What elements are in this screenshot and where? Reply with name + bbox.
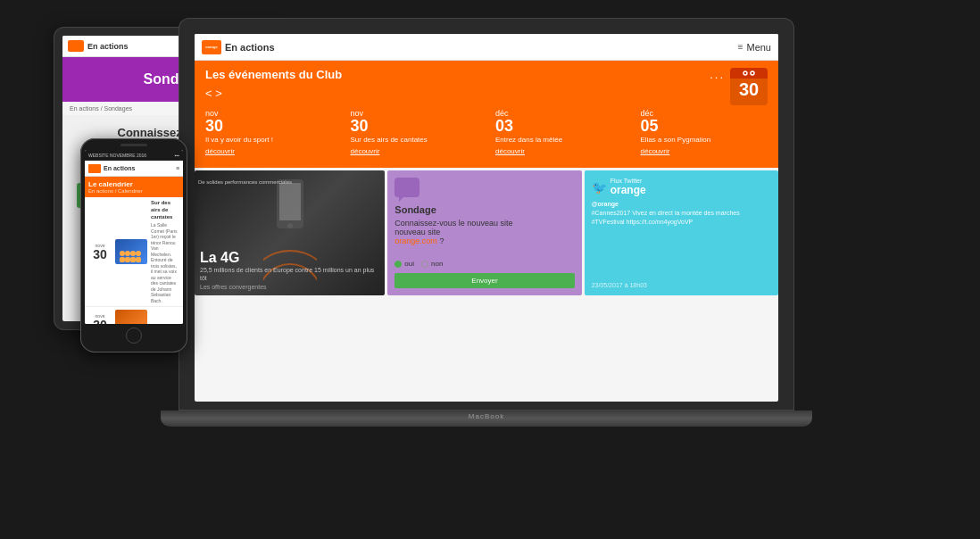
laptop-events-row: nov 30 Il va y avoir du sport ! découvri… — [205, 109, 768, 155]
laptop-cal-header — [730, 68, 768, 79]
laptop-event-3-month: déc — [641, 109, 768, 118]
laptop-sondage-orange-url: orange.com — [394, 236, 437, 245]
laptop-calendar-icon: 30 — [730, 68, 768, 105]
laptop-device: orange En actions ≡ Menu Les événements … — [179, 18, 821, 482]
laptop-event-2-link[interactable]: découvrir — [495, 147, 623, 155]
laptop-menu-hamburger-icon[interactable]: ≡ — [738, 42, 743, 52]
laptop-nav-arrows[interactable]: < > — [205, 87, 342, 100]
laptop-card-twitter: 🐦 Flux Twitter orange @orange #Cannes201… — [585, 170, 778, 295]
phone-status-text: WEBSITE NOVEMBRE 2016 — [88, 153, 146, 158]
svg-point-3 — [136, 251, 141, 256]
svg-point-2 — [130, 251, 136, 256]
laptop-events-banner: Les événements du Club < > ... — [195, 61, 778, 168]
svg-point-1 — [125, 251, 130, 256]
phone-banner-sub: En actions / Calendrier — [88, 188, 179, 194]
laptop-cards-row: De solides performances commerciales La … — [195, 170, 778, 295]
phone-cal-img-2 — [115, 310, 147, 324]
laptop-event-1-link[interactable]: découvrir — [351, 147, 478, 155]
laptop-content: orange En actions ≡ Menu Les événements … — [195, 34, 778, 402]
laptop-event-2-day: 03 — [495, 118, 623, 134]
laptop-sondage-title: Sondage — [394, 204, 574, 215]
laptop-4g-sub: Les offres convergentes — [200, 284, 379, 290]
laptop-card-4g[interactable]: De solides performances commerciales La … — [195, 170, 385, 295]
laptop-event-2[interactable]: déc 03 Entrez dans la mêlée découvrir — [495, 109, 623, 155]
laptop-4g-promo-text: De solides performances commerciales — [198, 179, 292, 185]
laptop-banner-title: Les événements du Club — [205, 68, 342, 81]
laptop-twitter-date: 23/05/2017 à 18h03 — [592, 282, 771, 288]
svg-point-9 — [751, 71, 754, 75]
svg-point-0 — [120, 251, 125, 256]
laptop-twitter-brand: orange — [610, 184, 646, 196]
phone-banner-title: Le calendrier — [88, 180, 179, 188]
laptop-twitter-bird-icon: 🐦 — [592, 180, 607, 195]
laptop-sondage-text: Connaissez-vous le nouveau site nouveau … — [394, 219, 574, 256]
laptop-flux-twitter-label: Flux Twitter — [610, 178, 646, 184]
phone-cal-date-1: nove 30 — [88, 243, 112, 261]
laptop-event-0-link[interactable]: découvrir — [205, 147, 333, 155]
laptop-card-sondage: Sondage Connaissez-vous le nouveau site … — [387, 170, 581, 295]
laptop-4g-text: 25,5 millions de clients en Europe contr… — [200, 266, 379, 282]
laptop-event-0-day: 30 — [205, 118, 333, 134]
laptop-twitter-handle: @orange — [592, 201, 619, 207]
laptop-twitter-header: 🐦 Flux Twitter orange — [592, 178, 771, 196]
svg-rect-6 — [130, 257, 136, 262]
phone-home-button[interactable] — [126, 328, 142, 344]
phone-cal-entry-1[interactable]: nove 30 — [85, 197, 183, 307]
laptop-sondage-envoyer-button[interactable]: Envoyer — [394, 273, 574, 288]
scene: En actions ≡ Menu Sonda En actions / Son… — [0, 0, 980, 539]
phone-speaker — [120, 144, 147, 146]
laptop-twitter-brand-area: Flux Twitter orange — [610, 178, 646, 196]
laptop-event-3-day: 05 — [641, 118, 768, 134]
phone-header: En actions ≡ — [85, 161, 183, 177]
laptop-event-3[interactable]: déc 05 Elias a son Pygmalion découvrir — [641, 109, 768, 155]
phone-border: WEBSITE NOVEMBRE 2016 ▪▪▪ En actions ≡ L… — [80, 138, 187, 352]
laptop-cal-rings-icon — [742, 70, 756, 77]
laptop-4g-phone-img — [272, 178, 308, 242]
phone-header-title: En actions — [104, 165, 176, 171]
laptop-sondage-option-non[interactable]: non — [421, 260, 443, 268]
laptop-twitter-text: @orange #Cannes2017 Vivez en direct la m… — [592, 200, 771, 278]
laptop-event-3-link[interactable]: découvrir — [641, 147, 768, 155]
laptop-orange-logo: orange — [202, 40, 221, 54]
laptop-menu-label[interactable]: Menu — [746, 42, 771, 53]
laptop-twitter-tweet: #Cannes2017 Vivez en direct la montée de… — [592, 210, 740, 225]
phone-menu-icon[interactable]: ≡ — [176, 165, 179, 171]
phone-cal-text-1: Sur des airs de cantates La Salle Cornet… — [151, 200, 179, 303]
phone-cal-day-2: 30 — [88, 319, 112, 324]
orange-logo-tablet — [68, 40, 84, 52]
laptop-screen: orange En actions ≡ Menu Les événements … — [195, 34, 778, 402]
laptop-event-3-title: Elias a son Pygmalion — [641, 136, 768, 144]
phone-cal-entry-2[interactable]: nove 30 — [85, 307, 183, 324]
laptop-banner-top: Les événements du Club < > ... — [205, 68, 768, 105]
laptop-4g-phone-svg — [272, 178, 308, 240]
svg-rect-4 — [120, 257, 125, 262]
laptop-sondage-bubble-icon — [394, 178, 419, 197]
phone-cal-title-1: Sur des airs de cantates — [151, 200, 179, 220]
laptop-cal-number: 30 — [739, 79, 759, 100]
laptop-sondage-radio-row: oui non — [394, 260, 574, 268]
phone-cal-day-1: 30 — [88, 248, 112, 261]
phone-cal-img-svg-1 — [115, 246, 147, 264]
svg-rect-5 — [125, 257, 130, 262]
phone-cal-img-1 — [115, 239, 147, 264]
svg-point-12 — [287, 223, 293, 228]
laptop-sondage-question: ? — [439, 236, 444, 245]
laptop-screen-border: orange En actions ≡ Menu Les événements … — [179, 18, 794, 410]
laptop-header: orange En actions ≡ Menu — [195, 34, 778, 61]
phone-device: WEBSITE NOVEMBRE 2016 ▪▪▪ En actions ≡ L… — [80, 138, 187, 352]
laptop-event-0[interactable]: nov 30 Il va y avoir du sport ! découvri… — [205, 109, 333, 155]
laptop-sondage-new-site: nouveau site — [394, 228, 440, 236]
laptop-event-1-month: nov — [351, 109, 478, 118]
svg-rect-11 — [279, 183, 301, 220]
laptop-event-2-month: déc — [495, 109, 623, 118]
phone-screen: WEBSITE NOVEMBRE 2016 ▪▪▪ En actions ≡ L… — [85, 150, 183, 324]
laptop-base — [161, 410, 812, 427]
laptop-oui-label: oui — [404, 260, 414, 268]
laptop-sondage-option-oui[interactable]: oui — [394, 260, 414, 268]
laptop-radio-non-icon — [421, 261, 428, 268]
phone-orange-banner: Le calendrier En actions / Calendrier — [85, 177, 183, 197]
svg-rect-7 — [136, 257, 141, 262]
laptop-event-1[interactable]: nov 30 Sur des airs de cantates découvri… — [351, 109, 478, 155]
phone-cal-desc-1: La Salle Cornet (Paris 1er) reçoit le té… — [151, 222, 179, 303]
phone-cal-date-2: nove 30 — [88, 313, 112, 324]
